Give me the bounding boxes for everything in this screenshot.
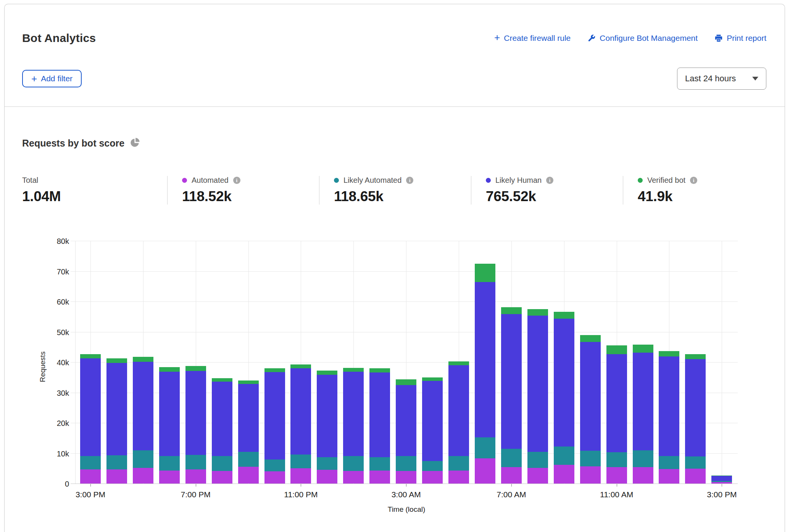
- chart-bar-1-00-pm[interactable]: [659, 351, 679, 484]
- segment-automated: [685, 469, 706, 484]
- stat-verified-bot: Verified boti41.9k: [623, 176, 697, 205]
- header-actions: +Create firewall ruleConfigure Bot Manag…: [494, 34, 766, 43]
- printer-icon: [714, 34, 723, 42]
- x-tick-label: 11:00 AM: [600, 490, 633, 499]
- chart-bar-5-00-pm[interactable]: [133, 357, 153, 484]
- segment-likely-automated: [106, 455, 127, 469]
- chart-bar-2-00-pm[interactable]: [685, 354, 706, 484]
- chart-bar-6-00-am[interactable]: [475, 264, 495, 484]
- segment-likely-human: [554, 319, 574, 447]
- y-tick-label: 10k: [57, 449, 69, 458]
- segment-automated: [580, 466, 601, 484]
- legend-dot-icon: [486, 178, 491, 183]
- segment-likely-human: [501, 314, 522, 449]
- chart-bar-8-00-am[interactable]: [527, 309, 548, 484]
- stat-likely-human: Likely Humani765.52k: [471, 176, 623, 205]
- segment-verified-bot: [606, 345, 627, 355]
- h-gridline: [71, 301, 738, 302]
- x-tick-label: 7:00 PM: [181, 490, 211, 499]
- segment-verified-bot: [133, 357, 153, 362]
- segment-likely-automated: [633, 450, 653, 467]
- chart-bar-2-00-am[interactable]: [369, 368, 390, 484]
- bot-analytics-card: Bot Analytics +Create firewall ruleConfi…: [4, 4, 785, 532]
- info-icon[interactable]: i: [406, 177, 413, 184]
- add-filter-button[interactable]: + Add filter: [22, 70, 82, 87]
- h-gridline: [71, 271, 738, 272]
- stat-total-label: Total: [22, 176, 38, 185]
- segment-likely-human: [685, 359, 706, 456]
- segment-automated: [396, 471, 416, 484]
- segment-likely-human: [159, 372, 180, 456]
- stat-likely-automated: Likely Automatedi118.65k: [319, 176, 471, 205]
- segment-automated: [317, 470, 337, 484]
- segment-likely-automated: [159, 456, 180, 470]
- chart-bar-1-00-am[interactable]: [343, 368, 364, 484]
- chart-bar-7-00-pm[interactable]: [185, 366, 206, 484]
- segment-likely-automated: [580, 451, 601, 466]
- segment-likely-human: [659, 356, 679, 456]
- segment-verified-bot: [343, 368, 364, 372]
- info-icon[interactable]: i: [233, 177, 240, 184]
- info-icon[interactable]: i: [690, 177, 697, 184]
- segment-automated: [290, 468, 311, 484]
- x-tick-label: 3:00 AM: [392, 490, 421, 499]
- print-report-link[interactable]: Print report: [714, 34, 766, 43]
- segment-automated: [238, 467, 259, 484]
- chart-bar-12-00-pm[interactable]: [633, 345, 653, 484]
- segment-likely-human: [606, 354, 627, 452]
- chart-bar-4-00-am[interactable]: [422, 377, 443, 484]
- h-gridline: [71, 332, 738, 332]
- segment-verified-bot: [685, 354, 706, 360]
- segment-likely-human: [711, 476, 732, 481]
- chart-bar-9-00-am[interactable]: [554, 312, 574, 484]
- x-tick: [722, 484, 722, 487]
- legend-dot-icon: [334, 178, 339, 183]
- segment-automated: [475, 458, 495, 484]
- time-range-select[interactable]: Last 24 hours: [677, 68, 766, 90]
- y-tick-label: 80k: [57, 237, 69, 246]
- segment-verified-bot: [396, 379, 416, 385]
- segment-likely-automated: [212, 456, 232, 471]
- chart-bar-12-00-am[interactable]: [317, 371, 337, 484]
- segment-likely-automated: [343, 456, 364, 471]
- segment-likely-automated: [501, 449, 522, 467]
- x-tick: [90, 484, 91, 487]
- legend-dot-icon: [182, 178, 187, 183]
- info-icon[interactable]: i: [546, 177, 553, 184]
- x-tick: [406, 484, 406, 487]
- chart-bar-7-00-am[interactable]: [501, 307, 522, 484]
- chart-bar-5-00-am[interactable]: [448, 361, 469, 484]
- chart-bar-4-00-pm[interactable]: [106, 358, 127, 484]
- chevron-down-icon: [752, 77, 758, 81]
- y-axis-line: [75, 241, 76, 484]
- chart-bar-8-00-pm[interactable]: [212, 378, 232, 484]
- create-firewall-rule-link[interactable]: +Create firewall rule: [494, 34, 571, 43]
- stat-value: 118.52k: [182, 189, 319, 205]
- segment-automated: [80, 469, 101, 484]
- chart-bar-10-00-am[interactable]: [580, 335, 601, 484]
- segment-automated: [106, 469, 127, 484]
- segment-automated: [659, 469, 679, 484]
- configure-bot-management-link[interactable]: Configure Bot Management: [587, 34, 698, 43]
- segment-likely-human: [369, 372, 390, 457]
- v-gridline: [722, 241, 722, 484]
- chart-bar-9-00-pm[interactable]: [238, 380, 259, 484]
- chart-bar-11-00-am[interactable]: [606, 345, 627, 484]
- chart-bar-3-00-pm[interactable]: [711, 476, 732, 484]
- chart-bar-6-00-pm[interactable]: [159, 367, 180, 484]
- chart-bar-3-00-am[interactable]: [396, 379, 416, 484]
- time-range-value: Last 24 hours: [685, 74, 736, 84]
- segment-likely-automated: [369, 457, 390, 471]
- segment-verified-bot: [501, 307, 522, 314]
- segment-automated: [606, 467, 627, 484]
- segment-automated: [343, 471, 364, 484]
- legend-dot-icon: [638, 178, 643, 183]
- segment-verified-bot: [422, 377, 443, 381]
- x-tick: [617, 484, 617, 487]
- chart-bar-10-00-pm[interactable]: [264, 368, 285, 484]
- chart-bar-11-00-pm[interactable]: [290, 364, 311, 484]
- chart-bar-3-00-pm[interactable]: [80, 354, 101, 484]
- segment-likely-automated: [133, 450, 153, 468]
- segment-likely-automated: [475, 437, 495, 458]
- segment-likely-automated: [606, 452, 627, 467]
